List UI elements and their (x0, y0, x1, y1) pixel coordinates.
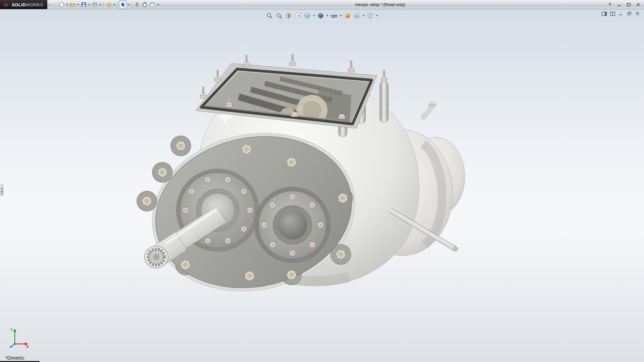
magnifier-icon (266, 12, 273, 19)
toolbar-separator (103, 2, 104, 8)
triad-x-label: X (26, 345, 29, 349)
view-orientation-label: *Dimetric (5, 355, 24, 361)
traffic-light-icon (134, 2, 140, 7)
open-dropdown[interactable] (76, 1, 80, 8)
close-button[interactable] (635, 2, 641, 7)
edit-appearance-button[interactable] (343, 11, 352, 20)
previous-view-button[interactable] (293, 11, 302, 20)
toolbar-separator (117, 2, 118, 8)
headsup-view-toolbar (265, 11, 379, 20)
glasses-icon (331, 12, 337, 19)
pane-toggle-icon (602, 12, 607, 16)
window-controls: ? (606, 2, 644, 7)
clipboard-button[interactable] (141, 0, 149, 9)
maximize-icon (627, 3, 631, 6)
save-dropdown[interactable] (88, 1, 91, 8)
view-settings-button[interactable] (366, 11, 375, 20)
print-button[interactable] (91, 0, 99, 9)
scene-icon (354, 12, 360, 19)
select-dropdown[interactable] (127, 1, 130, 8)
menu-expand-chevron-icon[interactable]: ▸ (49, 2, 51, 7)
panel-icon (150, 2, 155, 7)
graphics-viewport[interactable]: Y X *Dimetric (0, 9, 644, 362)
printer-icon (92, 2, 98, 7)
undo-button[interactable] (105, 0, 113, 9)
view-orientation-button[interactable] (303, 11, 312, 20)
clipboard-icon (142, 2, 148, 7)
document-restore-icon (627, 12, 631, 15)
open-folder-icon (70, 2, 75, 7)
new-page-icon (59, 2, 64, 7)
close-icon (636, 3, 640, 6)
undo-arrow-icon (106, 2, 112, 7)
view-orientation-dropdown[interactable] (312, 12, 316, 19)
maximize-button[interactable] (625, 2, 632, 7)
print-dropdown[interactable] (99, 1, 102, 8)
zoom-to-area-button[interactable] (275, 11, 283, 20)
view-cube-icon (304, 12, 311, 19)
solidworks-ds-logo-icon (3, 2, 9, 7)
minimize-button[interactable] (616, 2, 623, 7)
document-close-button[interactable] (635, 11, 641, 16)
document-minimize-icon (619, 12, 623, 15)
pane-toggle-button[interactable] (601, 11, 607, 16)
hide-show-items-dropdown[interactable] (339, 12, 342, 19)
select-cursor-icon (120, 2, 126, 7)
triad-y-label: Y (10, 328, 13, 332)
options-button[interactable] (149, 0, 156, 9)
zoom-to-fit-button[interactable] (265, 11, 274, 20)
display-pane-toggle-icon (610, 12, 615, 16)
gearbox-model[interactable] (0, 9, 644, 362)
help-button[interactable]: ? (606, 2, 613, 7)
display-style-button[interactable] (316, 11, 325, 20)
hide-show-items-button[interactable] (330, 11, 338, 20)
new-document-button[interactable] (58, 0, 65, 9)
main-toolbar (58, 0, 160, 9)
solidworks-window: SOLIDWORKS ▸ (0, 0, 644, 362)
open-button[interactable] (69, 0, 76, 9)
apply-scene-dropdown[interactable] (362, 12, 365, 19)
brand-text: SOLIDWORKS (12, 2, 43, 8)
orientation-triad: Y X (7, 326, 32, 350)
select-button[interactable] (119, 0, 127, 9)
view-settings-icon (367, 12, 374, 19)
save-button[interactable] (80, 0, 88, 9)
section-icon (285, 12, 292, 19)
save-floppy-icon (81, 2, 87, 7)
document-restore-button[interactable] (626, 11, 632, 16)
titlebar: SOLIDWORKS ▸ (0, 0, 644, 9)
document-title: menjac sklop * [Read-only] (355, 2, 405, 7)
document-window-controls (601, 11, 641, 16)
apply-scene-button[interactable] (353, 11, 361, 20)
document-minimize-button[interactable] (618, 11, 624, 16)
options-dropdown[interactable] (156, 1, 160, 8)
feature-manager-splitter[interactable] (0, 185, 3, 195)
magnifier-area-icon (276, 12, 282, 19)
new-document-dropdown[interactable] (65, 1, 69, 8)
display-pane-toggle-button[interactable] (609, 11, 615, 16)
shaded-cube-icon (317, 12, 324, 19)
display-style-dropdown[interactable] (326, 12, 329, 19)
undo-dropdown[interactable] (113, 1, 116, 8)
section-view-button[interactable] (284, 11, 293, 20)
appearance-ball-icon (344, 12, 351, 19)
minimize-icon (618, 3, 621, 6)
view-settings-dropdown[interactable] (375, 12, 379, 19)
document-close-icon (636, 12, 640, 15)
solidworks-brand: SOLIDWORKS (0, 0, 47, 9)
rebuild-button[interactable] (133, 0, 141, 9)
toolbar-separator (131, 2, 132, 8)
previous-view-icon (294, 12, 301, 19)
